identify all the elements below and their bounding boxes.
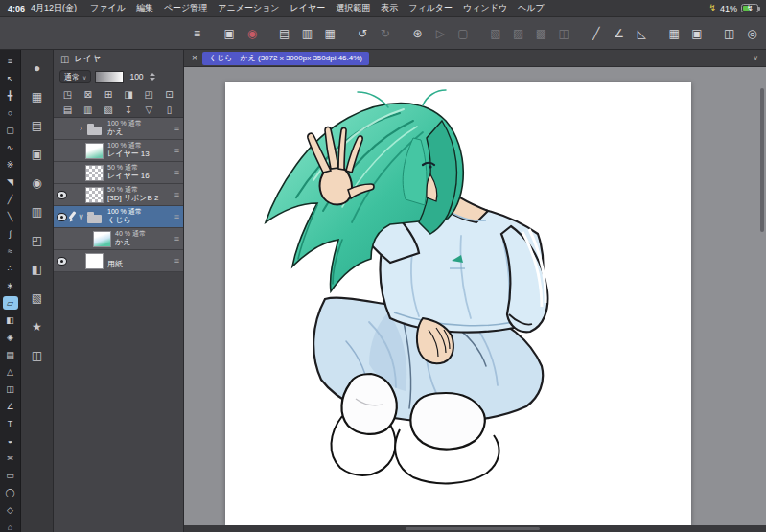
layer-thumbnail[interactable] (93, 231, 111, 247)
lasso-tool[interactable]: ∿ (3, 141, 18, 154)
selection-tool[interactable]: ▢ (3, 124, 18, 137)
fill-tool[interactable]: ◈ (3, 331, 18, 344)
dual-pane-icon[interactable]: ◫ (720, 24, 738, 43)
set-as-reference-icon[interactable]: ◰ (143, 89, 155, 100)
layer-row[interactable]: 用紙 ≡ (54, 250, 183, 272)
toolbar-menu-icon[interactable]: ≡ (3, 55, 18, 68)
text-tool[interactable]: T (3, 417, 18, 430)
main-menu-icon[interactable]: ≡ (188, 24, 206, 43)
color-set-icon[interactable]: ▦ (27, 86, 48, 107)
layer-handle-icon[interactable]: ≡ (173, 212, 181, 221)
vertical-scrollbar[interactable] (760, 88, 764, 232)
menu-item[interactable]: ヘルプ (518, 2, 545, 14)
opacity-slider[interactable] (95, 71, 124, 83)
publish-icon[interactable]: ▷ (431, 24, 450, 43)
transfer-to-lower-layer-icon[interactable]: ↧ (123, 104, 135, 115)
lock-transparent-pixels-icon[interactable]: ⊞ (102, 89, 114, 100)
new-vector-layer-icon[interactable]: ▥ (81, 104, 94, 115)
polygon-tool[interactable]: ◇ (3, 503, 18, 517)
layer-row[interactable]: 40 % 通常 かえ ≡ (54, 228, 183, 250)
pen-tool[interactable]: ╱ (3, 193, 18, 206)
reset-display-icon[interactable]: ⊛ (408, 24, 427, 43)
close-tab-icon[interactable]: × (192, 53, 197, 63)
menu-item[interactable]: ページ管理 (164, 2, 207, 14)
merge-with-lower-layer-icon[interactable]: ▽ (143, 104, 155, 115)
layer-row[interactable]: 100 % 通常 レイヤー 13 ≡ (54, 140, 183, 162)
sub-tool-icon[interactable]: ▥ (27, 201, 48, 222)
brush-tool[interactable]: ∫ (3, 227, 18, 241)
layer-handle-icon[interactable]: ≡ (173, 168, 181, 177)
layer-visibility-eye-icon[interactable] (56, 118, 68, 139)
folder-expand-icon[interactable]: › (77, 124, 85, 133)
eyedropper-tool[interactable]: ◥ (3, 175, 18, 189)
frame-border-tool[interactable]: ◫ (3, 382, 18, 396)
layer-row[interactable]: › 100 % 通常 かえ ≡ (54, 118, 183, 140)
color-wheel-icon[interactable]: ● (27, 58, 48, 79)
layer-thumbnail[interactable] (85, 209, 104, 225)
layer-row[interactable]: ∨ 100 % 通常 くじら ≡ (54, 206, 183, 228)
enable-mask-icon[interactable]: ◨ (123, 89, 135, 100)
perspective-tool[interactable]: ⌂ (3, 520, 18, 532)
ruler-tool[interactable]: ∠ (3, 400, 18, 413)
redo-icon[interactable]: ↻ (376, 24, 394, 43)
new-layer-folder-icon[interactable]: ▧ (102, 104, 114, 115)
clip-to-layer-below-icon[interactable]: ◳ (61, 89, 74, 100)
lock-layer-icon[interactable]: ⊠ (81, 89, 94, 100)
eraser-tool[interactable]: ▱ (3, 296, 18, 310)
layer-handle-icon[interactable]: ≡ (173, 190, 181, 199)
menu-item[interactable]: ファイル (90, 2, 126, 14)
folder-expand-icon[interactable]: ∨ (77, 212, 85, 221)
watercolor-tool[interactable]: ≈ (3, 244, 18, 258)
menu-item[interactable]: 選択範囲 (336, 2, 370, 14)
canvas-viewport[interactable] (184, 67, 766, 532)
object-tool[interactable]: ↖ (3, 72, 18, 85)
layer-thumbnail[interactable] (85, 143, 104, 159)
menu-item[interactable]: フィルター (408, 2, 453, 14)
color-slider-icon[interactable]: ▤ (27, 115, 48, 136)
layer-palette-icon[interactable]: ▧ (27, 288, 48, 309)
gradient-tool[interactable]: ▤ (3, 348, 18, 361)
layer-thumbnail[interactable] (85, 187, 104, 203)
collapse-tab-bar-icon[interactable]: ∨ (753, 54, 758, 62)
snap-to-ruler-icon[interactable]: ∠ (610, 24, 628, 43)
layer-handle-icon[interactable]: ≡ (173, 234, 181, 243)
layer-row[interactable]: 50 % 通常 [3D] リボンB 2 ≡ (54, 184, 183, 206)
auto-select-tool[interactable]: ※ (3, 158, 18, 172)
layer-visibility-eye-icon[interactable] (56, 228, 68, 249)
menu-item[interactable]: 表示 (381, 2, 398, 14)
menu-item[interactable]: 編集 (136, 2, 153, 14)
ellipse-tool[interactable]: ◯ (3, 486, 18, 499)
layer-visibility-eye-icon[interactable] (56, 250, 68, 271)
layer-handle-icon[interactable]: ≡ (173, 256, 181, 266)
invert-selection-icon[interactable]: ▨ (509, 24, 527, 43)
layer-property-icon[interactable]: ◧ (27, 259, 48, 280)
layer-thumbnail[interactable] (85, 253, 104, 269)
layer-thumbnail[interactable] (85, 121, 104, 137)
open-file-icon[interactable]: ▥ (298, 24, 316, 43)
layer-visibility-eye-icon[interactable] (56, 162, 68, 183)
new-canvas-icon[interactable]: ▤ (275, 24, 293, 43)
brush-size-icon[interactable]: ◉ (27, 173, 48, 194)
figure-tool[interactable]: △ (3, 365, 18, 379)
help-icon[interactable]: ◎ (743, 24, 761, 43)
decoration-tool[interactable]: ∗ (3, 279, 18, 292)
delete-layer-icon[interactable]: ▯ (163, 104, 175, 115)
deselect-icon[interactable]: ▧ (486, 24, 504, 43)
rectangle-tool[interactable]: ▭ (3, 469, 18, 482)
ruler-visibility-icon[interactable]: ⊡ (163, 89, 175, 100)
crop-icon[interactable]: ▢ (454, 24, 473, 43)
undo-icon[interactable]: ↺ (354, 24, 372, 43)
layer-thumbnail[interactable] (85, 165, 104, 181)
touch-gesture-icon[interactable]: ◉ (244, 24, 262, 43)
layer-visibility-eye-icon[interactable] (56, 140, 68, 161)
canvas[interactable] (225, 82, 691, 525)
document-tab[interactable]: くじら かえ (3072 x 3000px 350dpi 46.4%) (202, 52, 369, 65)
move-tool[interactable]: ╋ (3, 89, 18, 103)
layer-visibility-eye-icon[interactable] (56, 184, 68, 205)
straight-line-icon[interactable]: ╱ (587, 24, 605, 43)
tool-property-icon[interactable]: ▣ (27, 144, 48, 165)
balloon-tool[interactable]: ◒ (3, 434, 18, 448)
line-correction-tool[interactable]: ≍ (3, 451, 18, 465)
material-palette-icon[interactable]: ▣ (688, 24, 707, 43)
sub-view-icon[interactable]: ◫ (27, 345, 48, 366)
